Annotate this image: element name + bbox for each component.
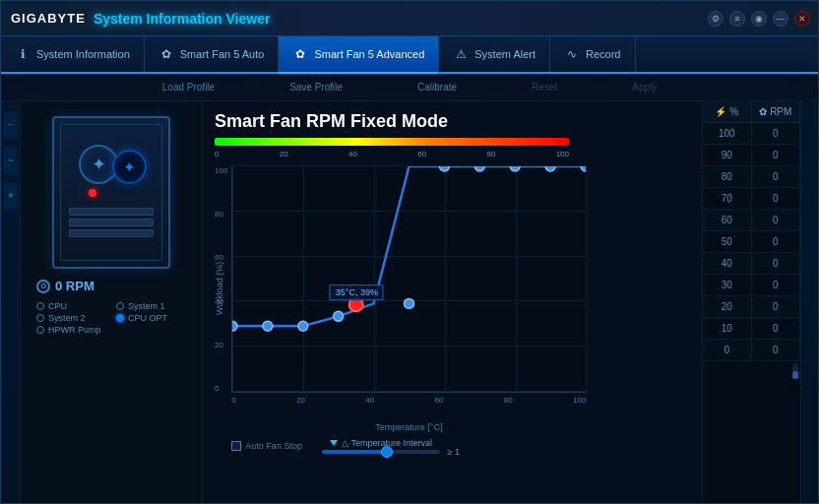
- load-profile-button[interactable]: Load Profile: [155, 82, 222, 93]
- cell-rpm-80[interactable]: 0: [752, 166, 801, 187]
- temp-interval-label: △·Temperature Interval: [330, 438, 432, 448]
- table-row: 0 0: [703, 340, 800, 361]
- y-tick-0: 0: [215, 384, 227, 393]
- table-scrollbar[interactable]: [792, 363, 798, 379]
- cell-rpm-90[interactable]: 0: [752, 145, 801, 165]
- grid-v-100: [586, 166, 587, 392]
- y-tick-20: 20: [215, 341, 227, 349]
- tab-system-alert[interactable]: ⚠ System Alert: [439, 36, 550, 72]
- main-window: GIGABYTE System Information Viewer ⚙ ≡ ◉…: [0, 0, 819, 504]
- chart-svg: [232, 166, 586, 392]
- settings-button[interactable]: ⚙: [708, 11, 724, 27]
- tab-system-info[interactable]: ℹ System Information: [1, 36, 145, 72]
- monitor-button[interactable]: ◉: [751, 11, 767, 27]
- table-scroll-thumb[interactable]: [792, 371, 798, 379]
- temp-bar-labels: 0 20 40 60 80 100: [215, 150, 569, 158]
- table-row: 70 0: [703, 188, 800, 210]
- auto-fan-stop-checkbox[interactable]: [231, 441, 241, 451]
- cell-pct-100[interactable]: 100: [703, 123, 752, 144]
- pc-area: ✿ 0 RPM CPU System 1 System 2: [21, 101, 203, 504]
- cell-pct-20[interactable]: 20: [703, 296, 752, 317]
- cell-pct-0[interactable]: 0: [703, 340, 752, 360]
- fan-source-hpwr[interactable]: HPWR Pump: [36, 325, 106, 335]
- cell-rpm-20[interactable]: 0: [752, 296, 801, 317]
- fan-cpu-opt-label: CPU OPT: [128, 313, 167, 323]
- cell-pct-80[interactable]: 80: [703, 166, 752, 187]
- cell-rpm-100[interactable]: 0: [752, 123, 801, 144]
- fan-col-icon: ✿: [759, 106, 767, 117]
- cell-rpm-60[interactable]: 0: [752, 210, 801, 230]
- fan-source-system1[interactable]: System 1: [116, 301, 186, 311]
- tab-system-alert-label: System Alert: [474, 48, 536, 60]
- fan-cpu-label: CPU: [48, 301, 67, 311]
- pc-case: [52, 116, 170, 269]
- interval-thumb[interactable]: [381, 446, 393, 458]
- pc-drive-1: [69, 208, 154, 216]
- tab-system-info-label: System Information: [36, 48, 130, 60]
- pc-fan-blue: [112, 150, 147, 184]
- minimize-button[interactable]: —: [773, 11, 788, 27]
- cell-pct-30[interactable]: 30: [703, 275, 752, 295]
- cell-pct-70[interactable]: 70: [703, 188, 752, 209]
- sidebar-mini-snow: ❄: [4, 182, 18, 210]
- x-axis-ticks: 0 20 40 60 80 100: [231, 396, 586, 405]
- cell-rpm-0[interactable]: 0: [752, 340, 801, 360]
- table-row: 100 0: [703, 123, 800, 145]
- cell-pct-60[interactable]: 60: [703, 210, 752, 230]
- table-row: 60 0: [703, 210, 800, 231]
- cell-pct-10[interactable]: 10: [703, 318, 752, 339]
- interval-slider[interactable]: ≥ 1: [322, 450, 440, 454]
- table-col-percent: ⚡ %: [703, 101, 752, 122]
- pc-drive-3: [69, 229, 154, 237]
- x-tick-0: 0: [231, 396, 235, 405]
- svg-point-9: [545, 166, 555, 171]
- cell-rpm-50[interactable]: 0: [752, 231, 801, 252]
- content-area: i f ❄ ✿ 0: [1, 101, 818, 504]
- save-profile-button[interactable]: Save Profile: [282, 82, 350, 93]
- tab-smart-fan-advanced-label: Smart Fan 5 Advanced: [314, 48, 424, 60]
- calibrate-button[interactable]: Calibrate: [410, 82, 465, 93]
- rpm-icon: ✿: [36, 280, 50, 293]
- tab-smart-fan-advanced[interactable]: ✿ Smart Fan 5 Advanced: [279, 36, 439, 74]
- pc-drive-2: [69, 219, 154, 226]
- fan-cpu-dot: [36, 302, 44, 310]
- fan-source-system2[interactable]: System 2: [36, 313, 106, 323]
- reset-button[interactable]: Reset: [524, 82, 565, 93]
- sidebar-mini-info: i: [4, 111, 18, 139]
- cell-pct-90[interactable]: 90: [703, 145, 752, 165]
- svg-point-8: [511, 166, 521, 171]
- fan-source-cpu[interactable]: CPU: [36, 301, 106, 311]
- cell-rpm-70[interactable]: 0: [752, 188, 801, 209]
- close-button[interactable]: ✕: [794, 11, 810, 27]
- fan-source-cpu-opt[interactable]: CPU OPT: [116, 313, 186, 323]
- temp-interval-control: △·Temperature Interval ≥ 1: [322, 438, 440, 454]
- x-tick-40: 40: [365, 396, 374, 405]
- cell-pct-40[interactable]: 40: [703, 253, 752, 274]
- cell-rpm-30[interactable]: 0: [752, 275, 801, 295]
- temp-label-40: 40: [348, 150, 357, 158]
- pc-indicator-dot: [89, 189, 96, 197]
- brand-label: GIGABYTE: [11, 11, 86, 26]
- cell-rpm-10[interactable]: 0: [752, 318, 801, 339]
- apply-button[interactable]: Apply: [624, 82, 664, 93]
- fan-info: ✿ 0 RPM CPU System 1 System 2: [29, 279, 194, 335]
- list-button[interactable]: ≡: [729, 11, 745, 27]
- triangle-icon: [330, 440, 338, 446]
- table-row: 10 0: [703, 318, 800, 340]
- lightning-icon: ⚡: [715, 106, 726, 117]
- fan-cpu-opt-dot: [116, 314, 124, 322]
- fan-advanced-icon: ✿: [292, 46, 308, 62]
- info-icon: ℹ: [15, 46, 31, 62]
- y-tick-100: 100: [215, 166, 227, 175]
- fan-hpwr-label: HPWR Pump: [48, 325, 101, 335]
- tab-smart-fan-auto[interactable]: ✿ Smart Fan 5 Auto: [145, 36, 280, 72]
- tab-smart-fan-auto-label: Smart Fan 5 Auto: [180, 48, 265, 60]
- tab-record[interactable]: ∿ Record: [550, 36, 635, 72]
- cell-rpm-40[interactable]: 0: [752, 253, 801, 274]
- interval-slider-wrapper: ≥ 1: [322, 450, 440, 454]
- title-bar: GIGABYTE System Information Viewer ⚙ ≡ ◉…: [1, 1, 818, 36]
- chart-wrapper: Workload (%) 100 80 60 40 20 0: [215, 166, 690, 454]
- chart-canvas[interactable]: 35°C, 39%: [231, 166, 586, 393]
- cell-pct-50[interactable]: 50: [703, 231, 752, 252]
- tab-record-label: Record: [586, 48, 620, 60]
